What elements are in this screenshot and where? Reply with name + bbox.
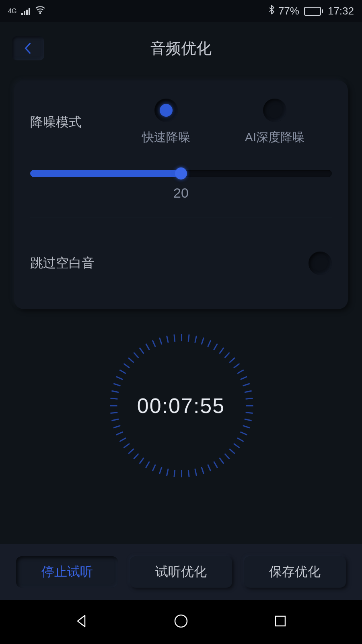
svg-point-1	[175, 615, 187, 627]
status-bar: 4G 77% 17:32	[0, 0, 362, 22]
timer-dial: 00:07:55	[109, 333, 253, 478]
radio-icon	[263, 99, 286, 122]
timer-container: 00:07:55	[0, 333, 362, 478]
bottom-toolbar: 停止试听 试听优化 保存优化	[0, 544, 362, 600]
radio-label: AI深度降噪	[245, 129, 304, 146]
skip-silence-label: 跳过空白音	[30, 254, 115, 272]
noise-reduction-label: 降噪模式	[30, 114, 115, 131]
radio-label: 快速降噪	[142, 129, 190, 146]
slider-value: 20	[30, 185, 332, 201]
page-title: 音频优化	[150, 38, 212, 59]
svg-rect-2	[276, 616, 285, 626]
noise-reduction-radio-group: 快速降噪 AI深度降噪	[115, 99, 332, 146]
nav-back-icon[interactable]	[73, 612, 90, 632]
save-optimize-button[interactable]: 保存优化	[244, 556, 346, 588]
slider-thumb[interactable]	[175, 167, 187, 180]
slider-fill	[30, 170, 181, 177]
skip-silence-toggle[interactable]	[309, 252, 332, 275]
clock: 17:32	[328, 5, 354, 17]
svg-point-0	[40, 12, 41, 14]
header: 音频优化	[0, 22, 362, 72]
stop-preview-button[interactable]: 停止试听	[16, 556, 118, 588]
battery-percent: 77%	[278, 5, 299, 17]
timer-display: 00:07:55	[137, 394, 225, 418]
signal-bars-icon	[21, 7, 30, 15]
radio-option-ai-deep[interactable]: AI深度降噪	[245, 99, 304, 146]
battery-icon	[304, 7, 323, 16]
noise-reduction-slider[interactable]	[30, 170, 332, 177]
system-nav-bar	[0, 600, 362, 644]
divider	[30, 217, 332, 217]
radio-option-fast[interactable]: 快速降噪	[142, 99, 190, 146]
settings-card: 降噪模式 快速降噪 AI深度降噪 20 跳过空白音	[14, 80, 348, 309]
back-button[interactable]	[12, 36, 44, 60]
nav-recent-icon[interactable]	[272, 612, 289, 632]
nav-home-icon[interactable]	[172, 612, 190, 632]
network-indicator: 4G	[8, 8, 16, 14]
bluetooth-icon	[268, 5, 275, 17]
preview-optimize-button[interactable]: 试听优化	[130, 556, 232, 588]
radio-icon	[154, 99, 178, 122]
wifi-icon	[35, 4, 45, 18]
